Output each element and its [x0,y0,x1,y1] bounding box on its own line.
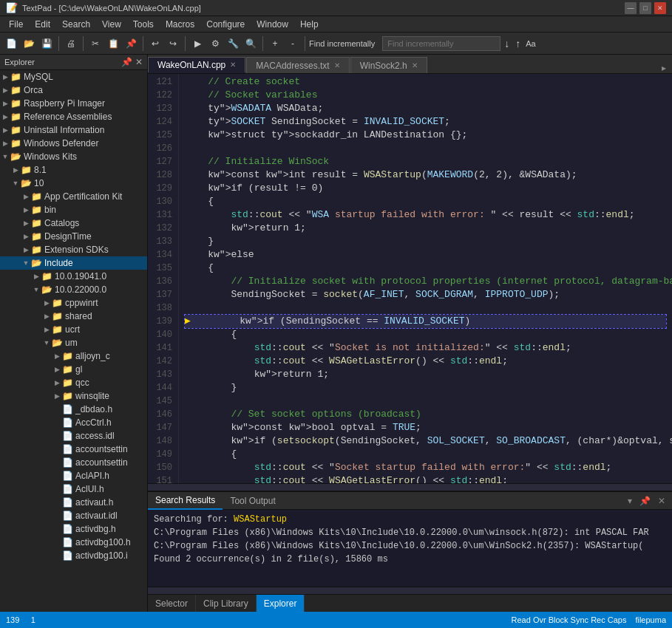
tree-item[interactable]: ▶ 📁 alljoyn_c [0,349,147,363]
tree-item[interactable]: ▶ 📁 cppwinrt [0,296,147,310]
tree-item[interactable]: ▶ 📁 Raspberry Pi Imager [0,97,147,110]
bottom-panel-pin[interactable]: 📌 [637,496,653,506]
tree-item[interactable]: ▶ 📁 qcc [0,376,147,389]
compile-button[interactable]: ▶ [189,35,206,52]
tree-toggle-icon[interactable]: ▶ [21,233,31,240]
redo-button[interactable]: ↪ [165,35,181,52]
sidebar-close-button[interactable]: ✕ [135,57,143,67]
tree-item[interactable]: ▶ 📁 Windows Defender [0,137,147,150]
menu-file[interactable]: File [3,18,29,31]
tree-item[interactable]: ▶ 📁 8.1 [0,163,147,177]
tree-item[interactable]: ▶ 📁 Catalogs [0,216,147,230]
new-button[interactable]: 📄 [3,35,19,52]
tree-item[interactable]: ▶ 📁 Orca [0,83,147,97]
tree-toggle-icon[interactable]: ▶ [52,366,62,373]
tree-item[interactable]: ▼ 📂 10 [0,177,147,190]
find-next-button[interactable]: ↑ [513,38,523,50]
open-button[interactable]: 📂 [21,35,37,52]
minimize-button[interactable]: — [625,2,637,14]
tree-item[interactable]: 📄 AclUI.h [0,482,147,496]
tree-item[interactable]: 📄 activdbg.h [0,522,147,536]
sidebar-pin-button[interactable]: 📌 [121,57,132,67]
tab-close-winsock2[interactable]: ✕ [412,61,418,69]
bottom-panel-close[interactable]: ✕ [656,496,668,506]
find-input[interactable] [382,36,500,51]
tree-toggle-icon[interactable]: ▶ [41,313,52,320]
tree-item[interactable]: 📄 AccCtrl.h [0,416,147,429]
tree-toggle-icon[interactable]: ▶ [0,100,10,107]
copy-button[interactable]: 📋 [105,35,121,52]
panel-selector-tab[interactable]: Selector [148,595,196,612]
tree-item[interactable]: 📄 activdbg100.h [0,536,147,549]
tree-item[interactable]: ▶ 📁 10.0.19041.0 [0,270,147,283]
close-button[interactable]: ✕ [654,2,666,14]
tree-item[interactable]: 📄 accountsettin [0,456,147,469]
tree-item[interactable]: ▶ 📁 Reference Assemblies [0,110,147,123]
menu-macros[interactable]: Macros [160,18,200,31]
tree-toggle-icon[interactable]: ▼ [31,286,41,293]
paste-button[interactable]: 📌 [123,35,139,52]
zoom-out[interactable]: - [285,35,301,52]
find-prev-button[interactable]: ↓ [502,38,512,50]
code-editor[interactable]: 1211221231241251261271281291301311321331… [148,74,672,483]
tree-item[interactable]: ▼ 📂 um [0,336,147,349]
tabs-overflow-arrow[interactable]: ▸ [656,63,672,73]
search-result-item[interactable]: C:\Program Files (x86)\Windows Kits\10\I… [154,539,666,553]
menu-window[interactable]: Window [251,18,294,31]
code-content[interactable]: // Create socket // Socket variables ty"… [179,74,672,483]
tab-winsock2-h[interactable]: WinSock2.h ✕ [350,57,427,73]
match-case-toggle[interactable]: Aa [526,39,535,48]
tree-toggle-icon[interactable]: ▶ [52,392,62,400]
tree-toggle-icon[interactable]: ▶ [0,113,10,120]
tools-btn3[interactable]: 🔧 [225,35,241,52]
tree-toggle-icon[interactable]: ▶ [21,193,31,200]
tree-item[interactable]: ▼ 📂 Include [0,256,147,270]
tree-item[interactable]: 📄 _dbdao.h [0,403,147,416]
zoom-in[interactable]: + [267,35,283,52]
tree-toggle-icon[interactable]: ▶ [41,299,52,307]
tree-item[interactable]: 📄 access.idl [0,429,147,443]
tree-toggle-icon[interactable]: ▶ [0,126,10,134]
tree-toggle-icon[interactable]: ▶ [0,140,10,147]
code-horizontal-scrollbar[interactable] [148,483,672,491]
tree-item[interactable]: 📄 activaut.h [0,496,147,509]
tree-toggle-icon[interactable]: ▶ [21,206,31,214]
tree-item[interactable]: 📄 AclAPI.h [0,469,147,482]
save-button[interactable]: 💾 [38,35,55,52]
tree-toggle-icon[interactable]: ▶ [21,246,31,253]
menu-tools[interactable]: Tools [127,18,160,31]
tab-wakeonlan-cpp[interactable]: WakeOnLAN.cpp ✕ [148,57,245,73]
tree-item[interactable]: 📄 activaut.idl [0,509,147,522]
tree-item[interactable]: ▶ 📁 App Certification Kit [0,190,147,203]
tab-macaddresses-txt[interactable]: MACAddresses.txt ✕ [246,57,349,73]
tree-toggle-icon[interactable]: ▶ [21,219,31,227]
tree-toggle-icon[interactable]: ▼ [10,180,21,187]
tree-toggle-icon[interactable]: ▶ [0,86,10,94]
tree-toggle-icon[interactable]: ▶ [41,326,52,333]
tab-close-macaddresses[interactable]: ✕ [334,61,340,69]
tree-item[interactable]: ▶ 📁 shared [0,310,147,323]
tree-toggle-icon[interactable]: ▼ [21,259,31,267]
bottom-horizontal-scrollbar[interactable] [148,587,672,594]
tree-item[interactable]: 📄 accountsettin [0,443,147,456]
tree-toggle-icon[interactable]: ▶ [52,352,62,360]
undo-button[interactable]: ↩ [147,35,163,52]
menu-edit[interactable]: Edit [29,18,56,31]
panel-cliplibrary-tab[interactable]: Clip Library [196,595,257,612]
maximize-button[interactable]: □ [639,2,651,14]
tree-item[interactable]: ▶ 📁 MySQL [0,70,147,83]
cut-button[interactable]: ✂ [87,35,103,52]
tree-item[interactable]: ▶ 📁 bin [0,203,147,216]
print-button[interactable]: 🖨 [63,35,79,52]
tree-toggle-icon[interactable]: ▶ [10,166,21,174]
menu-view[interactable]: View [96,18,127,31]
tree-item[interactable]: ▶ 📁 Uninstall Information [0,123,147,137]
bottom-tab-search-results[interactable]: Search Results [148,492,223,510]
tree-item[interactable]: ▼ 📂 Windows Kits [0,150,147,163]
tree-item[interactable]: ▶ 📁 DesignTime [0,230,147,243]
tools-btn4[interactable]: 🔍 [242,35,259,52]
menu-help[interactable]: Help [294,18,325,31]
tree-item[interactable]: ▶ 📁 gl [0,363,147,376]
tree-item[interactable]: ▶ 📁 winsqlite [0,389,147,403]
tree-item[interactable]: ▼ 📂 10.0.22000.0 [0,283,147,296]
